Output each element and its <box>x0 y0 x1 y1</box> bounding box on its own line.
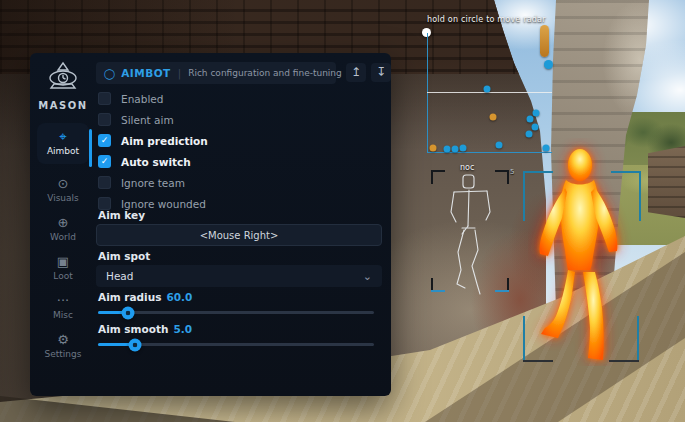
crosshair-icon: ⌖ <box>59 130 66 144</box>
check-icon: ✓ <box>101 157 109 166</box>
main-content: ◯ AIMBOT | Rich configuration and fine-t… <box>96 53 382 396</box>
slider-block: Aim smooth5.0 <box>98 323 374 346</box>
toggle-label: Ignore team <box>121 177 185 189</box>
checkbox[interactable]: ✓ <box>98 92 111 105</box>
radar-dot <box>430 145 437 152</box>
globe-icon: ⊕ <box>58 216 69 230</box>
section-header: ◯ AIMBOT | Rich configuration and fine-t… <box>96 62 336 84</box>
slider-track[interactable] <box>98 311 374 314</box>
sidebar-item-label: Settings <box>45 349 82 359</box>
slider-label: Aim radius <box>98 291 161 303</box>
header-divider: | <box>178 68 181 79</box>
radar-center-line <box>427 92 552 93</box>
radar-dot <box>484 86 491 93</box>
radar-dot <box>496 142 503 149</box>
skeleton-esp <box>430 162 512 296</box>
game-screen: hold on circle to move radar noc 5 <box>0 0 685 422</box>
sidebar-item-label: Loot <box>53 271 72 281</box>
toggle-label: Enabled <box>121 93 163 105</box>
checkbox[interactable]: ✓ <box>98 113 111 126</box>
upload-icon: ↥ <box>351 65 361 79</box>
sidebar-item-label: Misc <box>53 310 73 320</box>
toggle-row[interactable]: ✓ Aim prediction <box>98 130 208 151</box>
sidebar-item[interactable]: ⊕ World <box>37 216 89 242</box>
section-subtitle: Rich configuration and fine-tuning <box>188 68 342 78</box>
ruined-wall-right <box>648 146 685 218</box>
radar-hint-text: hold on circle to move radar <box>427 15 546 24</box>
radar-left-border <box>427 33 428 153</box>
export-config-button[interactable]: ↥ <box>346 63 366 82</box>
radar-dot <box>460 145 467 152</box>
checkbox[interactable]: ✓ <box>98 155 111 168</box>
toggle-label: Auto switch <box>121 156 191 168</box>
cheat-menu-panel: MASON ⌖ Aimbot ⊙ Visuals <box>30 53 391 396</box>
sidebar-item[interactable]: ⌖ Aimbot <box>37 123 89 164</box>
dots-icon: ··· <box>57 294 69 308</box>
checkbox[interactable]: ✓ <box>98 176 111 189</box>
slider-block: Aim radius60.0 <box>98 291 374 314</box>
slider-list: Aim radius60.0 Aim smooth5.0 <box>98 291 374 355</box>
aim-spot-label: Aim spot <box>98 250 150 262</box>
sidebar-item[interactable]: ··· Misc <box>37 294 89 320</box>
import-config-button[interactable]: ↧ <box>371 63 391 82</box>
radar-dot <box>490 114 497 121</box>
slider-handle[interactable] <box>122 306 135 319</box>
section-badge-icon: ◯ <box>104 68 115 79</box>
slider-label-row: Aim radius60.0 <box>98 291 374 304</box>
sidebar-item[interactable]: ▣ Loot <box>37 255 89 281</box>
chevron-down-icon: ⌄ <box>363 270 372 283</box>
radar-dot <box>527 116 534 123</box>
gear-icon: ⚙ <box>57 333 69 347</box>
radar-bar-dot <box>544 60 553 69</box>
toggle-row[interactable]: ✓ Silent aim <box>98 109 208 130</box>
toggle-list: ✓ Enabled ✓ Silent aim ✓ <box>98 88 208 214</box>
toggle-label: Aim prediction <box>121 135 208 147</box>
toggle-label: Ignore wounded <box>121 198 206 210</box>
radar-dot <box>533 110 540 117</box>
crate-icon: ▣ <box>57 255 69 269</box>
check-icon: ✓ <box>101 136 109 145</box>
aim-spot-value: Head <box>106 270 133 282</box>
radar-height-bar <box>540 25 549 57</box>
sidebar-item-label: Aimbot <box>47 146 79 156</box>
radar-dot <box>452 146 459 153</box>
sidebar-item[interactable]: ⊙ Visuals <box>37 177 89 203</box>
radar-dot <box>444 146 451 153</box>
active-indicator <box>89 129 92 167</box>
radar-dot <box>532 124 539 131</box>
toggle-row[interactable]: ✓ Auto switch <box>98 151 208 172</box>
section-title: AIMBOT <box>121 67 171 79</box>
mason-logo-icon <box>42 61 84 97</box>
eye-icon: ⊙ <box>58 177 69 191</box>
aim-spot-select[interactable]: Head ⌄ <box>96 265 382 287</box>
aim-key-button[interactable]: <Mouse Right> <box>96 224 382 246</box>
checkbox[interactable]: ✓ <box>98 134 111 147</box>
slider-value: 60.0 <box>166 291 192 303</box>
sidebar-item[interactable]: ⚙ Settings <box>37 333 89 359</box>
sidebar-items: ⌖ Aimbot ⊙ Visuals ⊕ World <box>37 111 89 359</box>
radar-dot <box>526 131 533 138</box>
download-icon: ↧ <box>376 65 386 79</box>
brand-name: MASON <box>38 100 87 111</box>
toggle-row[interactable]: ✓ Ignore team <box>98 172 208 193</box>
aim-key-label: Aim key <box>98 209 145 221</box>
slider-label: Aim smooth <box>98 323 168 335</box>
sidebar-item-label: Visuals <box>47 193 79 203</box>
slider-handle[interactable] <box>129 338 142 351</box>
sidebar-item-label: World <box>50 232 76 242</box>
slider-track[interactable] <box>98 343 374 346</box>
toggle-label: Silent aim <box>121 114 174 126</box>
toggle-row[interactable]: ✓ Enabled <box>98 88 208 109</box>
sidebar: MASON ⌖ Aimbot ⊙ Visuals <box>30 53 96 396</box>
slider-label-row: Aim smooth5.0 <box>98 323 374 336</box>
slider-value: 5.0 <box>173 323 192 335</box>
